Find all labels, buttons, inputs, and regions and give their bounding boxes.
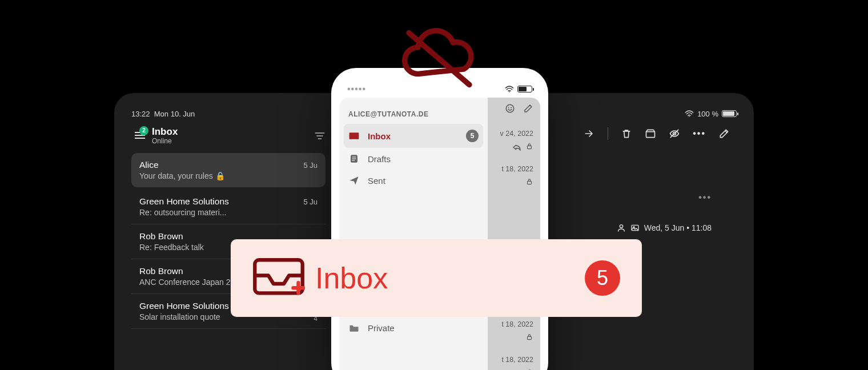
compose-icon[interactable]: [718, 128, 730, 139]
battery-icon: [517, 86, 532, 92]
list-item-date: t 18, 2022: [501, 165, 533, 173]
svg-point-14: [506, 104, 514, 112]
lock-icon: [525, 178, 533, 186]
menu-badge: 2: [139, 126, 148, 135]
sidebar-item-label: Drafts: [368, 154, 391, 164]
status-date: Mon 10. Jun: [154, 110, 195, 118]
compose-icon[interactable]: [523, 103, 533, 114]
account-email: ALICE@TUTANOTA.DE: [339, 103, 488, 124]
trash-icon[interactable]: [621, 128, 632, 139]
inbox-hero-label: Inbox: [315, 261, 388, 295]
lock-icon: [525, 142, 533, 150]
email-item[interactable]: Green Home Solutions5 Ju Re: outsourcing…: [131, 190, 326, 224]
list-item-date: v 24, 2022: [500, 130, 533, 138]
email-date: 5 Ju: [303, 198, 318, 206]
avatar-icon: [617, 223, 626, 232]
sidebar-item-inbox[interactable]: Inbox 5: [344, 124, 483, 148]
svg-point-9: [509, 91, 510, 92]
forward-icon[interactable]: [584, 128, 595, 139]
cloud-off-icon: [397, 25, 481, 92]
sidebar-item-label: Inbox: [368, 131, 391, 141]
email-subject: Re: outsourcing materi...: [139, 208, 318, 217]
phone-status-dots: •••••: [339, 84, 366, 94]
sent-icon: [348, 175, 360, 186]
reply-icon: [512, 142, 522, 152]
email-sender: Green Home Solutions: [139, 301, 229, 311]
sidebar-item-drafts[interactable]: Drafts: [339, 148, 488, 170]
sidebar-item-sent[interactable]: Sent: [339, 170, 488, 191]
svg-rect-18: [528, 181, 532, 184]
unread-count: 5: [466, 130, 479, 142]
battery-pct: 100 %: [697, 110, 718, 118]
svg-point-6: [620, 225, 622, 228]
folder-label: Private: [368, 323, 395, 333]
smile-icon[interactable]: [505, 103, 515, 114]
inbox-hero-bar: Inbox 5: [231, 239, 642, 317]
wifi-icon: [685, 110, 694, 117]
header-more-button[interactable]: •••: [698, 192, 712, 203]
list-item-date: t 18, 2022: [501, 356, 533, 364]
wifi-icon: [505, 86, 514, 92]
online-status: Online: [152, 137, 310, 145]
image-icon: [630, 223, 640, 232]
sidebar-item-label: Sent: [368, 176, 385, 186]
status-time: 13:22: [131, 110, 150, 118]
battery-icon: [722, 110, 737, 117]
inbox-icon: [348, 131, 360, 141]
email-item[interactable]: Alice5 Ju Your data, your rules 🔒: [131, 153, 326, 187]
separator: [608, 127, 608, 140]
drafts-icon: [348, 154, 360, 164]
filter-icon[interactable]: [314, 130, 326, 142]
inbox-large-icon: [252, 256, 305, 300]
lock-icon: [525, 333, 533, 341]
svg-rect-19: [528, 336, 532, 339]
folder-item-private[interactable]: Private: [339, 317, 488, 339]
svg-point-15: [508, 107, 509, 108]
hide-icon[interactable]: [669, 128, 680, 139]
email-sender: Green Home Solutions: [139, 196, 229, 207]
svg-point-0: [689, 116, 690, 117]
svg-rect-17: [528, 146, 532, 148]
email-sender: Alice: [139, 160, 159, 170]
folder-icon: [348, 323, 360, 333]
email-sender: Rob Brown: [139, 231, 183, 242]
folder-title: Inbox: [152, 126, 310, 138]
archive-icon[interactable]: [645, 128, 656, 139]
list-item-date: t 18, 2022: [501, 320, 533, 328]
email-subject: Your data, your rules 🔒: [139, 171, 318, 180]
inbox-hero-count: 5: [585, 260, 620, 296]
email-meta-text: Wed, 5 Jun • 11:08: [644, 223, 712, 232]
menu-button[interactable]: 2: [131, 130, 147, 142]
svg-point-16: [511, 107, 512, 108]
more-button[interactable]: •••: [693, 128, 706, 139]
email-sender: Rob Brown: [139, 266, 183, 276]
email-date: 5 Ju: [303, 161, 318, 170]
